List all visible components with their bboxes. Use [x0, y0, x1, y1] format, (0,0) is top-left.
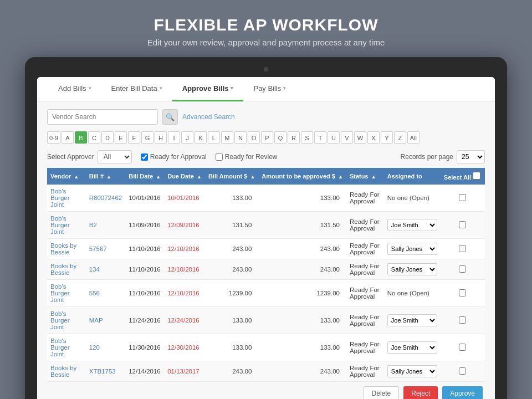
- ready-for-approval-checkbox[interactable]: [141, 154, 148, 161]
- alpha-btn-g[interactable]: G: [141, 131, 154, 144]
- assigned-select[interactable]: Sally Jones: [387, 365, 437, 377]
- alpha-btn-x[interactable]: X: [367, 131, 380, 144]
- bill-num-link[interactable]: 556: [89, 290, 100, 296]
- cell-due-date: 12/10/2016: [164, 259, 205, 280]
- row-select-checkbox[interactable]: [459, 289, 466, 296]
- cell-assigned: Joe Smith: [384, 334, 441, 361]
- cell-bill-num: MAP: [86, 307, 125, 334]
- assigned-select[interactable]: Joe Smith: [387, 341, 437, 354]
- approve-button[interactable]: Approve: [442, 386, 483, 399]
- nav-add-bills[interactable]: Add Bills ▾: [48, 77, 101, 101]
- alpha-btn-f[interactable]: F: [128, 131, 140, 144]
- alpha-btn-all[interactable]: All: [407, 131, 420, 144]
- vendor-link[interactable]: Bob's Burger Joint: [50, 337, 70, 357]
- alpha-btn-l[interactable]: L: [208, 131, 220, 144]
- alpha-btn-i[interactable]: I: [168, 131, 180, 144]
- row-select-checkbox[interactable]: [459, 265, 466, 273]
- col-amount-approved[interactable]: Amount to be approved $ ▲: [258, 168, 346, 185]
- vendor-search-input[interactable]: [47, 109, 158, 125]
- alpha-btn-v[interactable]: V: [341, 131, 353, 144]
- col-status[interactable]: Status ▲: [346, 168, 384, 185]
- cell-status: Ready For Approval: [346, 185, 384, 212]
- cell-checkbox: [441, 212, 485, 239]
- alpha-btn-d[interactable]: D: [101, 131, 114, 144]
- row-select-checkbox[interactable]: [459, 316, 466, 324]
- search-button[interactable]: 🔍: [162, 109, 178, 125]
- delete-button[interactable]: Delete: [364, 386, 400, 399]
- alpha-btn-09[interactable]: 0-9: [47, 131, 60, 144]
- cell-bill-num: B2: [86, 212, 125, 239]
- ready-for-review-checkbox-label[interactable]: Ready for Review: [216, 153, 278, 161]
- vendor-link[interactable]: Books by Bessie: [50, 242, 76, 255]
- cell-assigned: Joe Smith: [384, 212, 441, 239]
- col-bill-num[interactable]: Bill # ▲: [86, 168, 125, 185]
- bill-num-link[interactable]: R80072462: [89, 195, 122, 201]
- cell-amount-approved: 133.00: [258, 185, 346, 212]
- cell-due-date: 12/24/2016: [164, 307, 205, 334]
- alpha-btn-z[interactable]: Z: [394, 131, 406, 144]
- vendor-link[interactable]: Bob's Burger Joint: [50, 188, 70, 208]
- row-select-checkbox[interactable]: [459, 367, 466, 375]
- bill-num-link[interactable]: MAP: [89, 317, 103, 324]
- nav-enter-bill-data[interactable]: Enter Bill Data ▾: [101, 77, 172, 101]
- records-per-page-select[interactable]: 25 50 100: [457, 150, 485, 163]
- alpha-btn-e[interactable]: E: [115, 131, 127, 144]
- alpha-btn-q[interactable]: Q: [274, 131, 287, 144]
- row-select-checkbox[interactable]: [459, 221, 466, 228]
- cell-due-date: 12/30/2016: [164, 334, 205, 361]
- vendor-link[interactable]: Books by Bessie: [50, 365, 76, 378]
- alpha-btn-c[interactable]: C: [88, 131, 100, 144]
- col-due-date[interactable]: Due Date ▲: [164, 168, 205, 185]
- alpha-btn-w[interactable]: W: [354, 131, 366, 144]
- bill-num-link[interactable]: 120: [89, 344, 100, 351]
- alpha-btn-p[interactable]: P: [261, 131, 273, 144]
- nav-pay-bills[interactable]: Pay Bills ▾: [243, 77, 296, 101]
- alpha-btn-y[interactable]: Y: [381, 131, 393, 144]
- alpha-btn-k[interactable]: K: [195, 131, 207, 144]
- alpha-btn-r[interactable]: R: [288, 131, 300, 144]
- vendor-link[interactable]: Bob's Burger Joint: [50, 215, 70, 235]
- alpha-btn-b[interactable]: B: [75, 131, 87, 144]
- bill-num-link[interactable]: 134: [89, 266, 100, 273]
- alpha-btn-n[interactable]: N: [234, 131, 247, 144]
- cell-bill-date: 11/10/2016: [125, 280, 164, 307]
- approver-select[interactable]: All: [98, 150, 132, 163]
- alpha-btn-s[interactable]: S: [301, 131, 313, 144]
- assigned-select[interactable]: Joe Smith: [387, 219, 437, 231]
- alpha-btn-a[interactable]: A: [62, 131, 74, 144]
- alpha-btn-t[interactable]: T: [314, 131, 326, 144]
- ready-for-approval-checkbox-label[interactable]: Ready for Approval: [141, 153, 207, 161]
- col-bill-date[interactable]: Bill Date ▲: [125, 168, 164, 185]
- row-select-checkbox[interactable]: [459, 245, 466, 252]
- bill-num-link[interactable]: 57567: [89, 245, 107, 252]
- cell-bill-amount: 133.00: [205, 185, 258, 212]
- bill-num-link[interactable]: B2: [89, 222, 97, 228]
- alpha-btn-m[interactable]: M: [221, 131, 233, 144]
- assigned-select[interactable]: Joe Smith: [387, 314, 437, 326]
- select-approver-group: Select Approver All: [47, 150, 132, 163]
- assigned-select[interactable]: Sally Jones: [387, 263, 437, 275]
- reject-button[interactable]: Reject: [403, 386, 438, 399]
- content-area: 🔍 Advanced Search 0-9ABCDEFGHIJKLMNOPQRS…: [37, 101, 495, 399]
- assigned-select[interactable]: Sally Jones: [387, 243, 437, 255]
- alpha-btn-o[interactable]: O: [248, 131, 260, 144]
- vendor-link[interactable]: Bob's Burger Joint: [50, 310, 70, 330]
- nav-approve-bills[interactable]: Approve Bills ▾: [172, 77, 244, 101]
- table-header-row: Vendor ▲ Bill # ▲ Bill Date ▲ Due Date ▲…: [47, 168, 485, 185]
- advanced-search-link[interactable]: Advanced Search: [182, 113, 235, 121]
- alpha-btn-h[interactable]: H: [155, 131, 167, 144]
- row-select-checkbox[interactable]: [459, 344, 466, 351]
- vendor-link[interactable]: Bob's Burger Joint: [50, 283, 70, 303]
- col-vendor[interactable]: Vendor ▲: [47, 168, 86, 185]
- alpha-btn-j[interactable]: J: [181, 131, 193, 144]
- ready-for-review-checkbox[interactable]: [216, 154, 223, 161]
- select-all-checkbox[interactable]: [473, 172, 480, 180]
- vendor-link[interactable]: Books by Bessie: [50, 263, 76, 276]
- col-bill-amount[interactable]: Bill Amount $ ▲: [205, 168, 258, 185]
- row-select-checkbox[interactable]: [459, 194, 466, 201]
- cell-bill-num: 134: [86, 259, 125, 280]
- alpha-btn-u[interactable]: U: [328, 131, 340, 144]
- bill-num-link[interactable]: XTB1753: [89, 368, 116, 375]
- cell-vendor: Books by Bessie: [47, 361, 86, 382]
- cell-bill-num: 120: [86, 334, 125, 361]
